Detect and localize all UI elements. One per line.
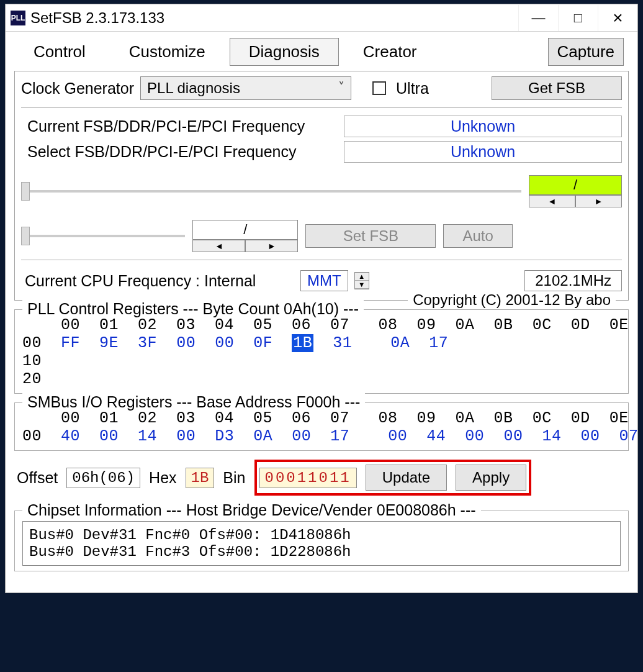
hex-label: Hex	[149, 469, 176, 487]
slider2-display: /	[192, 220, 298, 240]
titlebar: PLL SetFSB 2.3.173.133 — □ ×	[6, 4, 637, 32]
tab-creator[interactable]: Creator	[344, 38, 436, 66]
slider2-readout: / ◄ ►	[192, 220, 298, 252]
bin-input[interactable]: 00011011	[259, 468, 357, 488]
smbus-registers-title: SMBus I/O Registers --- Base Address F00…	[22, 393, 365, 411]
close-button[interactable]: ×	[598, 5, 637, 31]
app-icon: PLL	[11, 11, 25, 25]
clock-generator-select[interactable]: PLL diagnosis	[140, 76, 351, 100]
chipset-info-text: Bus#0 Dev#31 Fnc#0 Ofs#00: 1D418086h Bus…	[22, 521, 621, 566]
update-button[interactable]: Update	[366, 465, 447, 491]
chipset-info-group: Chipset Information --- Host Bridge Devi…	[14, 511, 629, 571]
offset-input[interactable]: 06h(06)	[66, 468, 140, 488]
minimize-button[interactable]: —	[518, 5, 558, 31]
get-fsb-button[interactable]: Get FSB	[492, 76, 622, 100]
auto-button[interactable]: Auto	[443, 224, 512, 248]
smbus-header-row: 00 01 02 03 04 05 06 07 08 09 0A 0B 0C 0…	[22, 409, 621, 427]
slider2-inc[interactable]: ►	[245, 240, 298, 252]
select-freq-value: Unknown	[344, 141, 622, 163]
hex-row[interactable]: 00 FF 9E 3F 00 00 0F 1B 31 0A 17	[22, 334, 621, 352]
cpu-freq-label: Current CPU Frequency : Internal	[21, 272, 294, 290]
smbus-registers-group: SMBus I/O Registers --- Base Address F00…	[14, 402, 629, 451]
slider1-display: /	[529, 175, 622, 195]
select-freq-label: Select FSB/DDR/PCI-E/PCI Frequency	[21, 143, 344, 161]
copyright-text: Copyright (C) 2001-12 By abo	[408, 291, 616, 309]
current-freq-value: Unknown	[344, 116, 622, 137]
clock-generator-label: Clock Generator	[21, 79, 134, 98]
ultra-label: Ultra	[396, 79, 429, 98]
hex-row[interactable]: 20	[22, 370, 621, 388]
bin-label: Bin	[223, 469, 245, 487]
slider1-inc[interactable]: ►	[575, 195, 622, 207]
cpu-mode-spinner[interactable]: ▲▼	[354, 272, 369, 289]
set-fsb-button[interactable]: Set FSB	[305, 224, 436, 248]
hex-row[interactable]: 10	[22, 352, 621, 370]
content-area: Control Customize Diagnosis Creator Capt…	[6, 32, 637, 593]
tab-bar: Control Customize Diagnosis Creator Capt…	[14, 38, 629, 66]
app-window: PLL SetFSB 2.3.173.133 — □ × Control Cus…	[5, 4, 638, 593]
window-title: SetFSB 2.3.173.133	[30, 9, 164, 27]
current-freq-label: Current FSB/DDR/PCI-E/PCI Frequency	[21, 117, 344, 135]
hex-row[interactable]: 00 40 00 14 00 D3 0A 00 17 00 44 00 00 1…	[22, 427, 621, 445]
tab-customize[interactable]: Customize	[110, 38, 225, 66]
maximize-button[interactable]: □	[558, 5, 598, 31]
slider1-dec[interactable]: ◄	[529, 195, 575, 207]
slider2-dec[interactable]: ◄	[192, 240, 245, 252]
fsb-slider-1[interactable]	[21, 187, 521, 196]
register-edit-row: Offset 06h(06) Hex 1B Bin 00011011 Updat…	[17, 460, 626, 496]
chipset-info-title: Chipset Information --- Host Bridge Devi…	[22, 501, 481, 519]
slider1-readout: / ◄ ►	[529, 175, 622, 207]
pll-registers-title: PLL Control Registers --- Byte Count 0Ah…	[22, 300, 364, 318]
fsb-slider-2[interactable]	[21, 232, 185, 240]
pll-registers-group: PLL Control Registers --- Byte Count 0Ah…	[14, 309, 629, 394]
ultra-checkbox[interactable]	[372, 81, 386, 95]
main-panel: Clock Generator PLL diagnosis Ultra Get …	[14, 71, 629, 301]
pll-header-row: 00 01 02 03 04 05 06 07 08 09 0A 0B 0C 0…	[22, 316, 621, 334]
hex-input[interactable]: 1B	[186, 468, 215, 488]
tab-control[interactable]: Control	[14, 38, 105, 66]
apply-button[interactable]: Apply	[456, 465, 526, 491]
tab-diagnosis[interactable]: Diagnosis	[230, 38, 339, 66]
capture-button[interactable]: Capture	[548, 38, 624, 66]
offset-label: Offset	[17, 469, 58, 487]
cpu-mode-box: MMT	[300, 270, 348, 291]
highlighted-controls: 00011011 Update Apply	[254, 460, 532, 496]
cpu-mhz-box: 2102.1MHz	[524, 270, 622, 291]
